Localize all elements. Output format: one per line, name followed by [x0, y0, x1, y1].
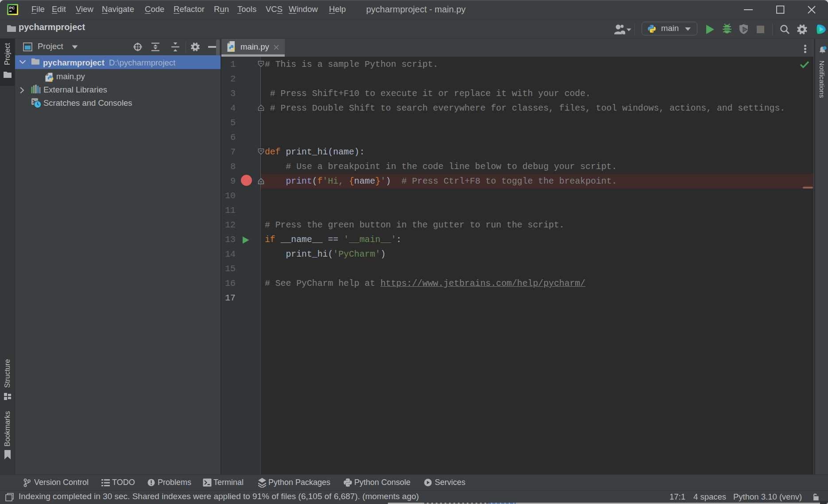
svg-text:PC: PC — [9, 6, 15, 10]
